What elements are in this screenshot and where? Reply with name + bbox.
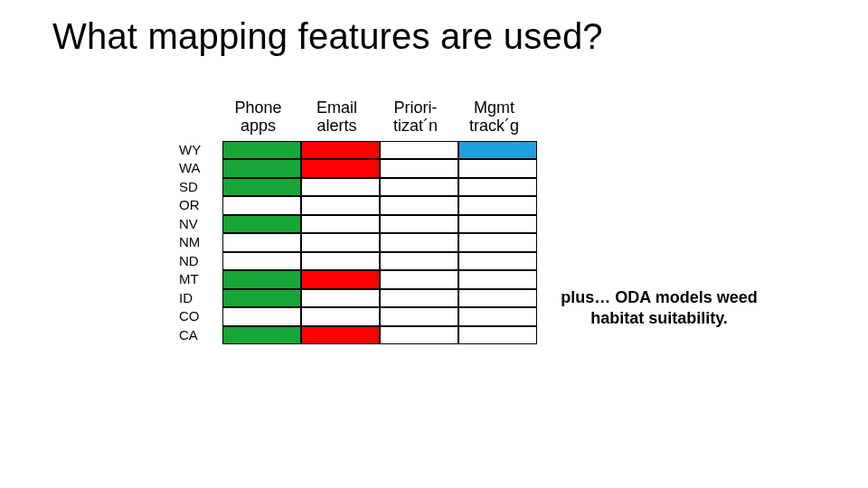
col-header-line1: Mgmt	[474, 99, 514, 117]
grid-cell	[458, 289, 537, 308]
grid-cell	[301, 178, 380, 197]
grid-cell	[222, 326, 301, 345]
grid-cell	[301, 196, 380, 215]
col-header-line2: track´g	[469, 117, 519, 135]
grid-cell	[301, 289, 380, 308]
grid-cell	[301, 141, 380, 160]
row-label: NM	[179, 233, 222, 252]
row-label: CA	[179, 326, 222, 345]
table-row: CA	[179, 326, 537, 345]
col-header-line2: alerts	[316, 117, 356, 135]
grid-cell	[222, 289, 301, 308]
grid-cell	[380, 326, 458, 345]
grid-cell	[380, 233, 458, 252]
grid-cell	[380, 159, 458, 178]
feature-matrix: Phone apps Email alerts Priori- tizat´n …	[179, 99, 537, 344]
grid-cell	[301, 252, 380, 271]
grid-cell	[458, 270, 537, 289]
grid-cell	[380, 252, 458, 271]
grid-cell	[222, 196, 301, 215]
grid-cell	[458, 233, 537, 252]
table-row: CO	[179, 307, 537, 326]
table-row: SD	[179, 178, 537, 197]
col-header-line1: Email	[316, 99, 357, 117]
row-label: ND	[179, 252, 222, 271]
grid-cell	[301, 326, 380, 345]
grid-cell	[301, 159, 380, 178]
grid-cell	[380, 289, 458, 308]
row-label: WA	[179, 159, 222, 178]
grid-cell	[458, 307, 537, 326]
row-label: WY	[179, 141, 222, 160]
col-header-mgmt-tracking: Mgmt track´g	[455, 99, 533, 141]
table-row: WA	[179, 159, 537, 178]
row-label: OR	[179, 196, 222, 215]
grid-cell	[301, 307, 380, 326]
grid-cell	[458, 159, 537, 178]
grid-cell	[458, 178, 537, 197]
grid-cell	[301, 233, 380, 252]
table-row: MT	[179, 270, 537, 289]
col-header-line2: tizat´n	[393, 117, 438, 135]
grid-cell	[380, 307, 458, 326]
grid-cell	[301, 270, 380, 289]
row-label: SD	[179, 178, 222, 197]
table-row: NV	[179, 215, 537, 234]
table-row: WY	[179, 141, 537, 160]
grid-cell	[458, 196, 537, 215]
grid-cell	[458, 215, 537, 234]
grid-cell	[222, 215, 301, 234]
grid-cell	[222, 178, 301, 197]
grid-cell	[380, 270, 458, 289]
grid-cell	[222, 270, 301, 289]
row-label: NV	[179, 215, 222, 234]
page-title: What mapping features are used?	[52, 16, 603, 57]
grid-cell	[458, 326, 537, 345]
grid-cell	[380, 141, 458, 160]
grid-body: WYWASDORNVNMNDMTIDCOCA	[179, 141, 537, 345]
col-header-phone-apps: Phone apps	[219, 99, 297, 141]
grid-cell	[301, 215, 380, 234]
table-row: ID	[179, 289, 537, 308]
row-label: CO	[179, 307, 222, 326]
grid-cell	[458, 141, 537, 160]
col-header-line1: Phone	[234, 99, 281, 117]
grid-cell	[380, 178, 458, 197]
col-header-email-alerts: Email alerts	[297, 99, 376, 141]
grid-cell	[380, 215, 458, 234]
grid-cell	[380, 196, 458, 215]
row-label: ID	[179, 289, 222, 308]
col-header-line1: Priori-	[394, 99, 438, 117]
column-headers: Phone apps Email alerts Priori- tizat´n …	[219, 99, 537, 141]
col-header-line2: apps	[241, 117, 276, 135]
footnote: plus… ODA models weed habitat suitabilit…	[555, 287, 763, 328]
grid-cell	[222, 233, 301, 252]
table-row: OR	[179, 196, 537, 215]
table-row: ND	[179, 252, 537, 271]
grid-cell	[222, 141, 301, 160]
grid-cell	[222, 307, 301, 326]
slide: What mapping features are used? Phone ap…	[0, 0, 868, 488]
col-header-prioritization: Priori- tizat´n	[376, 99, 455, 141]
grid-cell	[222, 252, 301, 271]
grid-cell	[222, 159, 301, 178]
grid-cell	[458, 252, 537, 271]
table-row: NM	[179, 233, 537, 252]
row-label: MT	[179, 270, 222, 289]
